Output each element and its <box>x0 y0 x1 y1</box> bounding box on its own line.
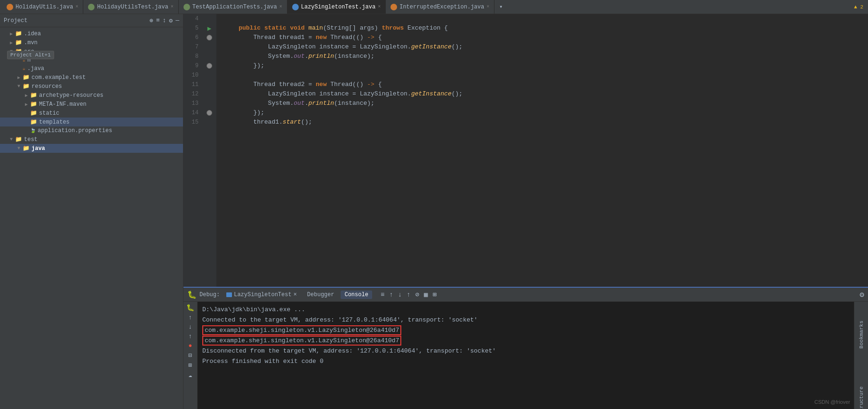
project-sort-icon[interactable]: ↕ <box>163 17 167 24</box>
debug-side-down-icon[interactable]: ↓ <box>189 323 192 330</box>
project-minimize-icon[interactable]: — <box>175 17 179 24</box>
debugger-tab-label: Debugger <box>307 291 334 298</box>
tab-label-holidayutilstest: HolidayUtilsTest.java <box>97 4 168 10</box>
bookmarks-section: Bookmarks <box>857 318 866 353</box>
tree-item-static[interactable]: 📁 static <box>0 109 183 118</box>
console-line-2: Connected to the target VM, address: '12… <box>202 315 849 325</box>
tab-lazysingletontest[interactable]: LazySingletonTest.java × <box>287 0 386 14</box>
console-tab[interactable]: Console <box>341 291 372 299</box>
tab-icon-holidayutils <box>7 4 13 10</box>
tree-item-mvn[interactable]: ▶ 📁 .mvn <box>0 38 183 47</box>
folder-icon-archetype: 📁 <box>30 92 37 99</box>
project-settings-icon[interactable]: ⚙ <box>169 17 173 24</box>
tree-label-java: .java <box>27 65 44 72</box>
tree-item-test[interactable]: ▼ 📁 test <box>0 135 183 144</box>
tab-close-interruptedexception[interactable]: × <box>486 4 489 9</box>
tab-close-holidayutilstest[interactable]: × <box>171 4 174 9</box>
bookmarks-label[interactable]: Bookmarks <box>857 318 866 351</box>
tab-close-holidayutils[interactable]: × <box>75 4 78 9</box>
console-line-5: Disconnected from the target VM, address… <box>202 346 849 356</box>
console-line-3: com.example.sheji.singleton.v1.LazySingl… <box>202 325 849 336</box>
project-nav-icon[interactable]: ⊕ <box>150 17 153 24</box>
file-icon-appprops: 🍃 <box>30 128 36 134</box>
toolbar-expand-btn[interactable]: ⊞ <box>430 290 438 299</box>
toolbar-up-btn[interactable]: ↑ <box>387 290 395 299</box>
tab-bar: HolidayUtils.java × HolidayUtilsTest.jav… <box>0 0 868 14</box>
tree-item-meta[interactable]: ▶ 📁 META-INF.maven <box>0 100 183 109</box>
tree-label-mvn: .mvn <box>24 39 38 46</box>
code-line-15: thread1.start(); <box>224 118 868 127</box>
folder-icon-static: 📁 <box>30 110 37 117</box>
debug-top-bar: 🐛 Debug: LazySingletonTest × Debugger Co… <box>183 287 868 302</box>
tab-close-testapplicationtests[interactable]: × <box>279 4 282 9</box>
tree-item-com[interactable]: ▶ 📁 com.example.test <box>0 73 183 82</box>
tree-label-test: test <box>24 136 38 143</box>
run-icon-line5[interactable]: ▶ <box>207 24 211 32</box>
debug-side-step-icon[interactable]: ↑ <box>189 333 192 340</box>
tree-item-resources[interactable]: ▼ 📁 resources <box>0 82 183 91</box>
debug-bug-icon[interactable]: 🐛 <box>187 290 197 299</box>
debug-side-expand2-icon[interactable]: ⊞ <box>189 362 192 369</box>
debug-active-tab[interactable]: LazySingletonTest × <box>223 291 301 299</box>
toolbar-stop-btn[interactable]: ⊘ <box>414 290 421 299</box>
debug-toolbar-buttons: ≡ ↑ ↓ ↑ ⊘ ▦ ⊞ <box>379 290 438 299</box>
tree-label-idea: .idea <box>24 31 41 37</box>
arrow-archetype: ▶ <box>23 93 30 98</box>
tab-warning-badge: ▲ 2 <box>854 4 868 10</box>
console-tab-label: Console <box>344 291 368 298</box>
debug-side-bug-icon[interactable]: 🐛 <box>186 304 194 312</box>
tab-testapplicationtests[interactable]: TestApplicationTests.java × <box>179 0 287 14</box>
tree-item-java-test[interactable]: ▼ 📁 java <box>0 144 183 153</box>
console-output[interactable]: D:\Java\jdk\bin\java.exe ... Connected t… <box>198 302 854 409</box>
debug-left-icons: 🐛 ↑ ↓ ↑ ● ⊟ ⊞ ☁ <box>183 302 198 409</box>
breakpoint-line14[interactable] <box>207 110 212 116</box>
tab-holidayutilstest[interactable]: HolidayUtilsTest.java × <box>83 0 178 14</box>
arrow-meta: ▶ <box>23 102 30 107</box>
tree-item-templates[interactable]: 📁 templates <box>0 118 183 126</box>
folder-icon-java-test: 📁 <box>23 145 30 152</box>
toolbar-grid-btn[interactable]: ▦ <box>422 290 430 299</box>
tree-label-archetype: archetype-resources <box>39 92 104 99</box>
tab-close-lazysingletontest[interactable]: × <box>378 4 381 9</box>
code-content[interactable]: public static void main(String[] args) t… <box>216 14 868 287</box>
code-editor: 4 5 6 7 8 9 10 11 12 13 14 15 ▶ <box>183 14 868 287</box>
tab-interruptedexception[interactable]: InterruptedException.java × <box>386 0 494 14</box>
tree-label-resources: resources <box>32 83 62 90</box>
project-tooltip: Project Alt+1 <box>7 51 54 59</box>
debug-side-red-icon[interactable]: ● <box>189 342 192 349</box>
arrow-java-test: ▼ <box>15 146 23 151</box>
folder-icon-meta: 📁 <box>30 101 37 108</box>
arrow-test: ▼ <box>8 137 15 142</box>
tree-label-com: com.example.test <box>32 74 86 81</box>
folder-icon-idea: 📁 <box>15 30 22 37</box>
tab-label-testapplicationtests: TestApplicationTests.java <box>192 4 277 10</box>
debug-settings-icon[interactable]: ⚙ <box>860 290 864 299</box>
debug-tab-close-btn[interactable]: × <box>294 291 297 298</box>
tree-item-appprops[interactable]: 🍃 application.properties <box>0 126 183 135</box>
project-list-icon[interactable]: ≡ <box>156 17 160 24</box>
debug-side-up-icon[interactable]: ↑ <box>189 314 192 321</box>
toolbar-step-btn[interactable]: ↑ <box>405 290 412 299</box>
tree-label-appprops: application.properties <box>38 127 112 134</box>
tree-item-archetype[interactable]: ▶ 📁 archetype-resources <box>0 91 183 100</box>
toolbar-down-btn[interactable]: ↓ <box>396 290 404 299</box>
debug-side-minimize-icon[interactable]: ⊟ <box>189 352 192 359</box>
watermark: CSDN @friover <box>814 397 850 407</box>
arrow-mvn: ▶ <box>8 40 15 46</box>
debug-side-cloud-icon[interactable]: ☁ <box>189 371 192 379</box>
code-line-7: LazySingleton instance = LazySingleton.g… <box>224 42 868 52</box>
structure-section: Structure <box>857 384 866 409</box>
tree-item-idea[interactable]: ▶ 📁 .idea <box>0 29 183 38</box>
tree-item-java[interactable]: ☕ .java <box>0 64 183 73</box>
structure-label[interactable]: Structure <box>857 384 866 409</box>
code-line-4 <box>224 14 868 24</box>
console-line-1: D:\Java\jdk\bin\java.exe ... <box>202 305 849 315</box>
tab-overflow-btn[interactable]: ▾ <box>496 3 505 10</box>
file-icon-java: ☕ <box>23 66 25 71</box>
breakpoint-line9[interactable] <box>207 63 212 69</box>
tab-holidayutils[interactable]: HolidayUtils.java × <box>2 0 83 14</box>
tab-label-interruptedexception: InterruptedException.java <box>399 4 484 10</box>
breakpoint-line6[interactable] <box>207 35 212 40</box>
toolbar-list-btn[interactable]: ≡ <box>379 290 386 299</box>
debugger-tab[interactable]: Debugger <box>303 291 338 299</box>
